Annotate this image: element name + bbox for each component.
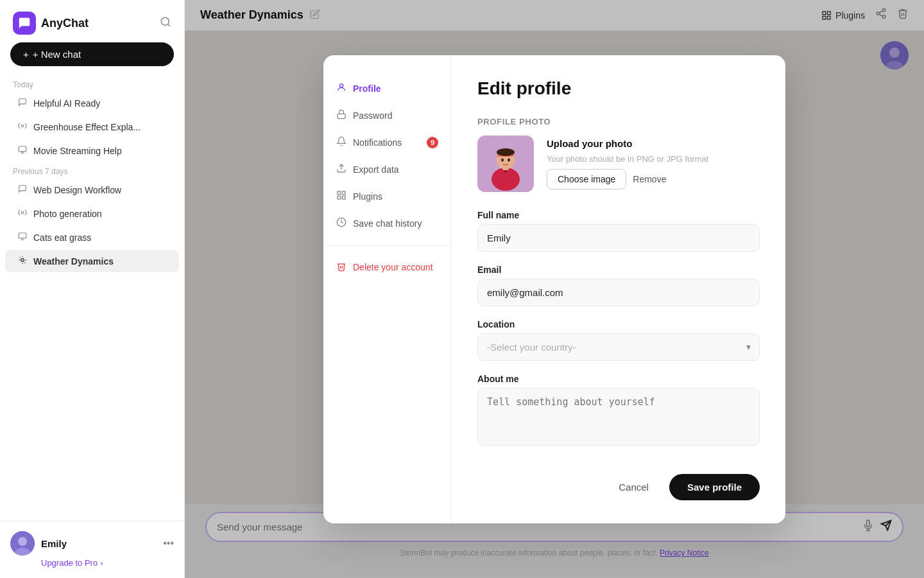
chat-icon <box>18 256 27 267</box>
svg-rect-38 <box>342 191 345 195</box>
choose-image-button[interactable]: Choose image <box>547 169 626 189</box>
user-more-button[interactable]: ••• <box>163 538 174 549</box>
chat-icon <box>18 121 27 132</box>
sidebar-footer: Emily ••• Upgrade to Pro › <box>0 520 184 578</box>
svg-point-8 <box>21 259 24 262</box>
chat-item-photo-gen[interactable]: Photo generation <box>5 202 179 225</box>
previous-section-label: Previous 7 days <box>0 163 184 179</box>
search-button[interactable] <box>160 16 171 31</box>
chat-icon <box>18 208 27 219</box>
previous-chats-list: Web Design Workflow Photo generation Cat… <box>0 179 184 274</box>
history-icon <box>336 217 346 230</box>
nav-divider <box>323 245 451 246</box>
profile-icon <box>336 82 346 95</box>
modal-overlay[interactable]: Profile Password Notifications 9 <box>185 0 924 578</box>
modal-nav-password[interactable]: Password <box>323 103 451 128</box>
full-name-input[interactable] <box>477 224 760 252</box>
chat-item-cats[interactable]: Cats eat grass <box>5 226 179 249</box>
password-icon <box>336 109 346 122</box>
chat-label: Movie Streaming Help <box>33 146 122 156</box>
cancel-button[interactable]: Cancel <box>606 474 662 500</box>
upload-hint: Your photo should be in PNG or JPG forma… <box>547 154 708 164</box>
sidebar: AnyChat + + New chat Today Helpful AI Re… <box>0 0 185 578</box>
chat-label: Helpful AI Ready <box>33 98 100 109</box>
modal-main-content: Edit profile Profile photo <box>452 55 785 523</box>
notifications-icon <box>336 136 346 149</box>
location-group: Location -Select your country- ▾ <box>477 319 760 361</box>
svg-point-50 <box>508 158 510 161</box>
svg-line-11 <box>19 257 20 258</box>
modal-title: Edit profile <box>477 78 760 99</box>
svg-rect-40 <box>338 196 341 199</box>
notification-badge: 9 <box>427 137 438 148</box>
user-row: Emily ••• <box>10 531 174 556</box>
svg-rect-37 <box>338 191 341 195</box>
modal-footer: Cancel Save profile <box>477 464 760 500</box>
svg-point-34 <box>339 83 343 87</box>
chat-label: Cats eat grass <box>33 232 91 243</box>
chat-item-web-design[interactable]: Web Design Workflow <box>5 179 179 201</box>
export-icon <box>336 163 346 176</box>
modal-nav-export[interactable]: Export data <box>323 157 451 182</box>
main-area: Weather Dynamics Plugins <box>185 0 924 578</box>
chat-label: Weather Dynamics <box>33 256 114 267</box>
new-chat-button[interactable]: + + New chat <box>10 42 174 66</box>
modal-nav-plugins[interactable]: Plugins <box>323 184 451 209</box>
delete-icon <box>336 261 346 274</box>
plugins-nav-icon <box>336 190 346 203</box>
about-group: About me <box>477 374 760 448</box>
email-label: Email <box>477 265 760 275</box>
svg-rect-6 <box>19 233 26 238</box>
chat-icon <box>18 184 27 195</box>
app-name: AnyChat <box>41 17 89 30</box>
today-section-label: Today <box>0 76 184 92</box>
plus-icon: + <box>23 49 29 60</box>
profile-photo-svg <box>477 136 534 192</box>
about-textarea[interactable] <box>477 388 760 446</box>
location-label: Location <box>477 319 760 329</box>
svg-rect-2 <box>19 146 26 152</box>
svg-line-12 <box>25 263 26 263</box>
photo-row: Upload your photo Your photo should be i… <box>477 136 760 192</box>
modal-nav-notifications[interactable]: Notifications 9 <box>323 130 451 155</box>
delete-account-button[interactable]: Delete your account <box>323 255 451 280</box>
modal-nav-profile[interactable]: Profile <box>323 76 451 101</box>
user-name: Emily <box>41 538 157 549</box>
user-avatar <box>10 531 35 556</box>
profile-photo-section-title: Profile photo <box>477 117 760 127</box>
modal-nav-save-history[interactable]: Save chat history <box>323 211 451 236</box>
about-label: About me <box>477 374 760 384</box>
chat-item-helpful-ai[interactable]: Helpful AI Ready <box>5 92 179 114</box>
email-input[interactable] <box>477 279 760 306</box>
profile-photo-preview <box>477 136 534 192</box>
today-chats-list: Helpful AI Ready Greenhouse Effect Expla… <box>0 92 184 163</box>
remove-image-button[interactable]: Remove <box>633 174 666 184</box>
chat-icon <box>18 98 27 109</box>
full-name-group: Full name <box>477 210 760 252</box>
chat-label: Greenhouse Effect Expla... <box>33 122 141 132</box>
chat-label: Web Design Workflow <box>33 185 121 195</box>
save-profile-button[interactable]: Save profile <box>669 474 760 500</box>
chat-item-greenhouse[interactable]: Greenhouse Effect Expla... <box>5 116 179 138</box>
photo-buttons: Choose image Remove <box>547 169 708 189</box>
svg-point-16 <box>18 537 27 546</box>
email-group: Email <box>477 265 760 306</box>
upload-title: Upload your photo <box>547 138 708 149</box>
svg-rect-39 <box>342 196 345 199</box>
svg-point-1 <box>21 125 24 127</box>
edit-profile-modal: Profile Password Notifications 9 <box>323 55 785 523</box>
location-select[interactable]: -Select your country- <box>477 333 760 361</box>
chat-item-weather[interactable]: Weather Dynamics <box>5 250 179 272</box>
svg-point-0 <box>161 17 169 25</box>
chat-label: Photo generation <box>33 209 102 219</box>
svg-rect-35 <box>338 114 345 118</box>
upgrade-to-pro-link[interactable]: Upgrade to Pro › <box>10 558 174 568</box>
chat-item-movie[interactable]: Movie Streaming Help <box>5 139 179 162</box>
photo-upload-info: Upload your photo Your photo should be i… <box>547 138 708 189</box>
svg-point-5 <box>21 211 24 214</box>
full-name-label: Full name <box>477 210 760 220</box>
logo-icon <box>13 12 36 35</box>
location-select-wrapper: -Select your country- ▾ <box>477 333 760 361</box>
logo-area: AnyChat <box>13 12 89 35</box>
chat-icon <box>18 145 27 156</box>
